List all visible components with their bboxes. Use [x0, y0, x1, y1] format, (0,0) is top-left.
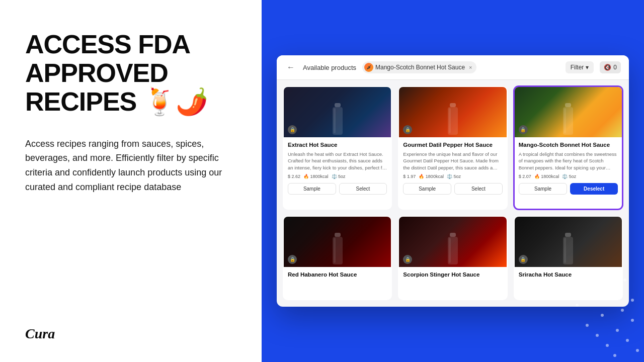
filter-chip-icon: 🌶 — [364, 63, 373, 72]
brand-logo: Cura — [25, 326, 236, 342]
product-desc: Unleash the heat with our Extract Hot Sa… — [288, 151, 387, 171]
calories-item: 🔥 1800kcal — [419, 174, 444, 179]
product-card-gourmet[interactable]: 🔒 Gourmet Datil Pepper Hot Sauce Experie… — [398, 86, 507, 210]
right-panel: ← Available products 🌶 Mango-Scotch Bonn… — [262, 0, 644, 362]
product-card-scorpion[interactable]: 🔒 Scorpion Stinger Hot Sauce — [398, 216, 507, 300]
count-badge: 🔇 0 — [600, 61, 621, 73]
product-card-habanero[interactable]: 🔒 Red Habanero Hot Sauce — [283, 216, 392, 300]
left-content: ACCESS FDA APPROVED RECIPES 🍹🌶️ Access r… — [25, 30, 236, 326]
product-info: Red Habanero Hot Sauce — [284, 267, 391, 289]
product-name: Scorpion Stinger Hot Sauce — [403, 271, 502, 279]
product-image-extract: 🔒 — [284, 87, 391, 137]
filter-arrow-icon: ▾ — [586, 64, 589, 71]
svg-rect-2 — [334, 108, 336, 133]
sample-button-gourmet[interactable]: Sample — [403, 183, 451, 195]
product-image-scorpion: 🔒 — [399, 217, 506, 267]
product-desc: Experience the unique heat and flavor of… — [403, 151, 502, 171]
count-value: 0 — [613, 64, 617, 71]
filter-chip-close[interactable]: × — [469, 64, 472, 70]
product-meta: $ 2.62 🔥 1800kcal ⚖️ 5oz — [288, 174, 387, 179]
headline: ACCESS FDA APPROVED RECIPES 🍹🌶️ — [25, 30, 236, 117]
svg-rect-8 — [564, 108, 566, 133]
svg-rect-9 — [335, 233, 341, 237]
product-name: Gourmet Datil Pepper Hot Sauce — [403, 141, 502, 149]
svg-rect-5 — [449, 108, 451, 133]
lock-icon: 🔒 — [288, 125, 297, 134]
svg-rect-12 — [450, 233, 456, 237]
product-actions: Sample Select — [403, 183, 502, 195]
product-actions: Sample Deselect — [519, 183, 618, 195]
product-image-mango: 🔒 — [515, 87, 622, 137]
svg-rect-11 — [334, 238, 336, 263]
select-button-gourmet[interactable]: Select — [454, 183, 503, 195]
svg-rect-15 — [565, 233, 571, 237]
svg-rect-17 — [564, 238, 566, 263]
calories-item: 🔥 1800kcal — [303, 174, 329, 179]
product-name: Sriracha Hot Sauce — [519, 271, 618, 279]
svg-rect-6 — [565, 103, 571, 107]
product-image-habanero: 🔒 — [284, 217, 391, 267]
product-card-extract[interactable]: 🔒 Extract Hot Sauce Unleash the heat wit… — [283, 86, 392, 210]
lock-icon: 🔒 — [288, 255, 297, 264]
weight-item: ⚖️ 5oz — [447, 174, 461, 179]
browser-header: ← Available products 🌶 Mango-Scotch Bonn… — [277, 55, 629, 80]
price-item: $ 2.62 — [288, 174, 300, 179]
lock-icon: 🔒 — [403, 255, 412, 264]
headline-line2: APPROVED — [25, 58, 168, 87]
product-card-sriracha[interactable]: 🔒 Sriracha Hot Sauce — [514, 216, 623, 300]
products-grid: 🔒 Extract Hot Sauce Unleash the heat wit… — [277, 80, 629, 306]
product-image-gourmet: 🔒 — [399, 87, 506, 137]
product-card-mango[interactable]: 🔒 Mango-Scotch Bonnet Hot Sauce A tropic… — [514, 86, 623, 210]
headline-line1: ACCESS FDA — [25, 30, 190, 59]
lock-icon: 🔒 — [519, 255, 528, 264]
filter-button[interactable]: Filter ▾ — [566, 61, 594, 73]
product-name: Extract Hot Sauce — [288, 141, 387, 149]
product-actions: Sample Select — [288, 183, 387, 195]
product-name: Red Habanero Hot Sauce — [288, 271, 387, 279]
count-icon: 🔇 — [604, 64, 611, 71]
select-button-extract[interactable]: Select — [339, 183, 387, 195]
product-image-sriracha: 🔒 — [515, 217, 622, 267]
svg-rect-3 — [450, 103, 456, 107]
filter-label: Filter — [571, 64, 584, 71]
svg-rect-14 — [449, 238, 451, 263]
product-info: Scorpion Stinger Hot Sauce — [399, 267, 506, 289]
weight-item: ⚖️ 5oz — [562, 174, 576, 179]
lock-icon: 🔒 — [519, 125, 528, 134]
product-info: Extract Hot Sauce Unleash the heat with … — [284, 137, 391, 199]
description-text: Access recipes ranging from sauces, spic… — [25, 137, 236, 195]
product-meta: $ 1.97 🔥 1800kcal ⚖️ 5oz — [403, 174, 502, 179]
browser-window: ← Available products 🌶 Mango-Scotch Bonn… — [277, 55, 629, 307]
lock-icon: 🔒 — [403, 125, 412, 134]
product-info: Sriracha Hot Sauce — [515, 267, 622, 289]
sample-button-mango[interactable]: Sample — [519, 183, 568, 195]
product-meta: $ 2.07 🔥 1800kcal ⚖️ 5oz — [519, 174, 618, 179]
headline-line3: RECIPES 🍹🌶️ — [25, 87, 208, 116]
product-desc: A tropical delight that combines the swe… — [519, 151, 618, 171]
price-item: $ 2.07 — [519, 174, 531, 179]
weight-item: ⚖️ 5oz — [332, 174, 346, 179]
back-button[interactable]: ← — [285, 61, 297, 73]
product-name: Mango-Scotch Bonnet Hot Sauce — [519, 141, 618, 149]
product-info: Gourmet Datil Pepper Hot Sauce Experienc… — [399, 137, 506, 199]
breadcrumb-text: Available products — [303, 64, 356, 71]
filter-chip-label: Mango-Scotch Bonnet Hot Sauce — [375, 64, 465, 71]
left-panel: ACCESS FDA APPROVED RECIPES 🍹🌶️ Access r… — [0, 0, 262, 362]
deselect-button-mango[interactable]: Deselect — [570, 183, 618, 195]
active-filter-chip[interactable]: 🌶 Mango-Scotch Bonnet Hot Sauce × — [362, 61, 476, 73]
product-info: Mango-Scotch Bonnet Hot Sauce A tropical… — [515, 137, 622, 199]
sample-button-extract[interactable]: Sample — [288, 183, 336, 195]
calories-item: 🔥 1800kcal — [534, 174, 559, 179]
price-item: $ 1.97 — [403, 174, 416, 179]
svg-rect-0 — [335, 103, 341, 107]
